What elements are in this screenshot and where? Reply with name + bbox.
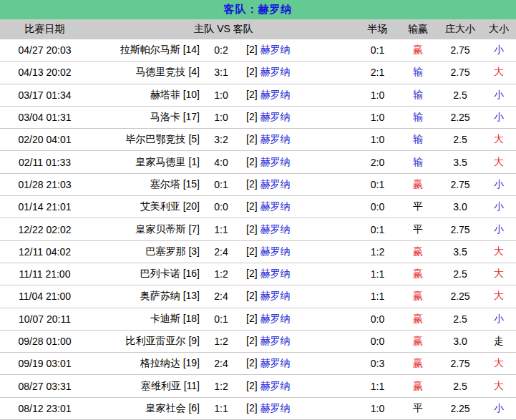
full-time-score: 2:4	[201, 358, 241, 369]
away-team-rank: [2]	[246, 89, 258, 100]
home-team: 毕尔巴鄂竞技 [5]	[89, 133, 201, 146]
match-date: 03/17 01:34	[0, 89, 89, 101]
home-team: 艾美利亚 [20]	[89, 200, 201, 213]
banker-total-odds: 2.5	[439, 89, 482, 101]
header-match-date: 比赛日期	[0, 23, 89, 36]
table-row: 03/17 01:34 赫塔菲 [10] 1:0 [2]赫罗纳 1:0 输 2.…	[0, 84, 516, 107]
banker-total-odds: 2.25	[439, 403, 482, 414]
handicap-result: 输	[397, 111, 439, 124]
away-team-rank: [2]	[246, 290, 258, 301]
banker-total-odds: 2.75	[439, 44, 482, 56]
away-team-cell: [2]赫罗纳	[241, 380, 358, 393]
full-time-score: 2:4	[201, 290, 241, 302]
half-time-score: 0:1	[358, 44, 397, 56]
home-team: 拉斯帕尔马斯 [14]	[89, 44, 201, 57]
banker-total-odds: 2.75	[439, 224, 482, 235]
half-time-score: 2:0	[358, 157, 397, 168]
away-team-cell: [2]赫罗纳	[241, 178, 358, 191]
away-team-name[interactable]: 赫罗纳	[261, 290, 291, 301]
total-result: 大	[482, 357, 516, 370]
away-team-rank: [2]	[246, 335, 258, 346]
table-row: 04/27 20:03 拉斯帕尔马斯 [14] 0:2 [2]赫罗纳 0:1 赢…	[0, 39, 516, 62]
half-time-score: 1:0	[358, 403, 397, 414]
match-date: 01/14 21:01	[0, 201, 89, 213]
home-team: 赫塔菲 [10]	[89, 89, 201, 102]
banker-total-odds: 2.25	[439, 290, 482, 302]
handicap-result: 赢	[397, 245, 439, 258]
home-team: 奥萨苏纳 [13]	[89, 290, 201, 303]
away-team-name[interactable]: 赫罗纳	[261, 178, 291, 190]
total-result: 大	[482, 290, 516, 303]
away-team-name[interactable]: 赫罗纳	[261, 402, 291, 414]
table-row: 11/04 21:00 奥萨苏纳 [13] 2:4 [2]赫罗纳 1:1 赢 2…	[0, 285, 516, 308]
away-team-name[interactable]: 赫罗纳	[261, 268, 291, 279]
away-team-name[interactable]: 赫罗纳	[261, 156, 291, 167]
half-time-score: 1:1	[358, 268, 397, 280]
away-team-name[interactable]: 赫罗纳	[261, 313, 291, 324]
total-result: 小	[482, 178, 516, 191]
away-team-name[interactable]: 赫罗纳	[261, 111, 291, 122]
away-team-rank: [2]	[246, 313, 258, 324]
full-time-score: 1:0	[201, 89, 241, 101]
handicap-result: 赢	[397, 313, 439, 326]
away-team-rank: [2]	[246, 402, 258, 414]
banker-total-odds: 3.5	[439, 246, 482, 258]
table-row: 09/19 03:01 格拉纳达 [19] 2:4 [2]赫罗纳 0:3 赢 2…	[0, 353, 516, 375]
match-date: 10/07 20:11	[0, 313, 89, 325]
away-team-name[interactable]: 赫罗纳	[261, 200, 291, 212]
banker-total-odds: 3.5	[439, 157, 482, 168]
table-row: 03/04 01:31 马洛卡 [17] 1:0 [2]赫罗纳 1:0 输 2.…	[0, 107, 516, 129]
banker-total-odds: 3.0	[439, 336, 482, 347]
half-time-score: 1:1	[358, 290, 397, 302]
handicap-result: 平	[397, 402, 439, 415]
match-date: 04/13 20:02	[0, 67, 89, 78]
banker-total-odds: 3.0	[439, 201, 482, 213]
away-team-cell: [2]赫罗纳	[241, 44, 358, 57]
home-team: 皇家贝蒂斯 [7]	[89, 223, 201, 236]
match-date: 09/19 03:01	[0, 358, 89, 369]
handicap-result: 赢	[397, 44, 439, 57]
away-team-name[interactable]: 赫罗纳	[261, 133, 291, 145]
away-team-cell: [2]赫罗纳	[241, 357, 358, 370]
handicap-result: 输	[397, 156, 439, 169]
away-team-name[interactable]: 赫罗纳	[261, 335, 291, 346]
total-result: 大	[482, 380, 516, 393]
away-team-rank: [2]	[246, 268, 258, 279]
away-team-name[interactable]: 赫罗纳	[261, 357, 291, 368]
away-team-rank: [2]	[246, 44, 258, 55]
total-result: 小	[482, 89, 516, 102]
banker-total-odds: 2.25	[439, 112, 482, 123]
half-time-score: 0:0	[358, 201, 397, 213]
away-team-name[interactable]: 赫罗纳	[261, 223, 291, 235]
total-result: 走	[482, 335, 516, 348]
home-team: 格拉纳达 [19]	[89, 357, 201, 370]
total-result: 小	[482, 223, 516, 236]
away-team-name[interactable]: 赫罗纳	[261, 380, 291, 391]
half-time-score: 0:3	[358, 358, 397, 369]
home-team: 马德里竞技 [4]	[89, 66, 201, 79]
handicap-result: 赢	[397, 335, 439, 348]
home-team: 比利亚雷亚尔 [9]	[89, 335, 201, 348]
handicap-result: 赢	[397, 357, 439, 370]
away-team-rank: [2]	[246, 156, 258, 167]
table-row: 12/22 02:02 皇家贝蒂斯 [7] 1:1 [2]赫罗纳 0:1 平 2…	[0, 218, 516, 240]
total-result: 大	[482, 268, 516, 280]
away-team-rank: [2]	[246, 380, 258, 391]
full-time-score: 2:4	[201, 246, 241, 258]
handicap-result: 平	[397, 200, 439, 213]
away-team-name[interactable]: 赫罗纳	[261, 245, 291, 257]
header-half-time: 半场	[358, 23, 397, 36]
home-team: 巴塞罗那 [3]	[89, 245, 201, 258]
full-time-score: 4:0	[201, 157, 241, 168]
away-team-name[interactable]: 赫罗纳	[261, 66, 291, 77]
banker-total-odds: 2.75	[439, 179, 482, 190]
away-team-cell: [2]赫罗纳	[241, 66, 358, 79]
away-team-name[interactable]: 赫罗纳	[261, 89, 291, 100]
table-header: 比赛日期 主队 VS 客队 半场 输赢 庄大小 大小	[0, 19, 516, 39]
away-team-name[interactable]: 赫罗纳	[261, 44, 291, 55]
banker-total-odds: 2.5	[439, 268, 482, 280]
banker-total-odds: 2.5	[439, 134, 482, 145]
away-team-rank: [2]	[246, 245, 258, 257]
away-team-cell: [2]赫罗纳	[241, 290, 358, 303]
half-time-score: 1:0	[358, 112, 397, 123]
